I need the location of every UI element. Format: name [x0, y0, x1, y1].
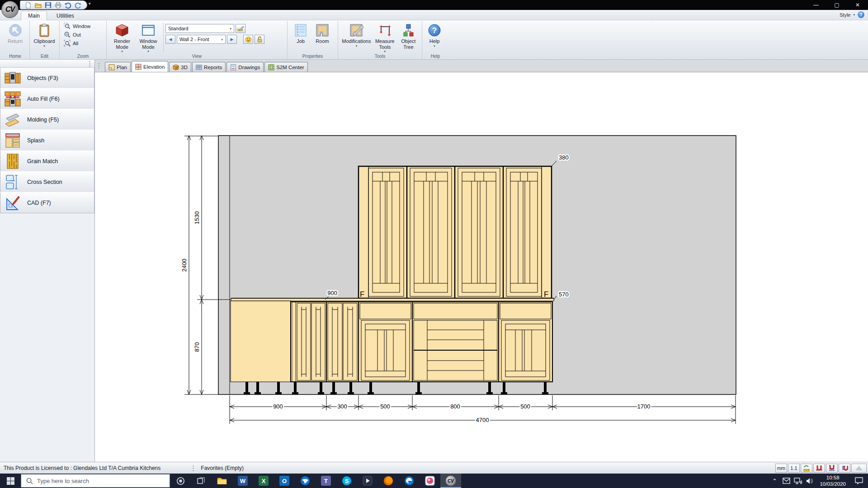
refresh-snap-button[interactable]: [801, 464, 812, 473]
taskbar-app-excel[interactable]: X: [253, 474, 274, 488]
splash-icon: [4, 131, 22, 150]
start-button[interactable]: [0, 474, 21, 488]
cortana-button[interactable]: [170, 474, 191, 488]
lock-view-button[interactable]: [255, 35, 264, 44]
s2m-icon: [268, 64, 274, 70]
taskbar-clock[interactable]: 10:58 10/03/2020: [816, 474, 850, 488]
tab-drawings[interactable]: Drawings: [226, 62, 264, 72]
task-view-button[interactable]: [191, 474, 212, 488]
tab-s2m-center[interactable]: S2M Center: [264, 62, 307, 72]
zoom-window-button[interactable]: Window: [62, 22, 92, 30]
notification-center-button[interactable]: [850, 474, 868, 488]
tray-chevron-button[interactable]: ⌃: [769, 474, 780, 488]
render-style-combo[interactable]: Standard ▾: [165, 24, 234, 33]
tab-3d[interactable]: 3D: [169, 62, 191, 72]
save-icon[interactable]: [45, 2, 52, 9]
sidebar-item-cross-section[interactable]: Cross Section: [0, 171, 94, 192]
status-grip[interactable]: [192, 465, 194, 471]
taskbar-app-media-player[interactable]: [357, 474, 378, 488]
render-style-combo-caret-icon: ▾: [230, 27, 231, 30]
ribbon-group-home: Return Home: [1, 21, 30, 59]
cabinet-vision-icon: CV: [445, 475, 456, 486]
dim-segment-3: 500: [380, 403, 390, 410]
plan-icon: [108, 64, 115, 70]
tray-volume-button[interactable]: [804, 474, 816, 488]
taskbar-app-outlook[interactable]: O: [274, 474, 295, 488]
print-icon[interactable]: [55, 2, 61, 9]
scale-button[interactable]: 1.1: [788, 464, 800, 473]
window-mode-button[interactable]: Window Mode ▾: [135, 22, 161, 53]
tab-bar-grip[interactable]: [98, 62, 100, 70]
taskbar-app-skype[interactable]: S: [336, 474, 357, 488]
app-logo[interactable]: CV: [1, 1, 19, 18]
taskbar-app-thunderbird[interactable]: [295, 474, 316, 488]
style-label[interactable]: Style: [840, 12, 850, 18]
sidebar-item-label: Auto Fill (F6): [27, 96, 60, 102]
zoom-out-button[interactable]: Out: [62, 30, 83, 39]
tab-elevation[interactable]: Elevation: [132, 61, 168, 72]
tab-reports[interactable]: Reports: [192, 62, 226, 72]
sidebar-item-auto-fill[interactable]: Auto Fill (F6): [0, 88, 94, 109]
minimize-button[interactable]: —: [806, 0, 826, 10]
return-button[interactable]: Return: [3, 22, 27, 51]
taskbar-app-cabinet-vision[interactable]: CV: [440, 474, 461, 488]
ribbon-tab-main[interactable]: Main: [21, 11, 47, 20]
next-wall-button[interactable]: ▶: [227, 35, 237, 44]
style-caret-icon[interactable]: ▾: [853, 13, 855, 16]
group-label-edit: Edit: [30, 54, 59, 59]
ribbon-tab-utilities[interactable]: Utilities: [50, 11, 81, 20]
grain-match-icon: [4, 152, 22, 170]
job-button[interactable]: Job: [290, 22, 311, 51]
sidebar-grip[interactable]: [89, 61, 91, 67]
ribbon-help-icon[interactable]: ?: [858, 11, 864, 18]
sidebar-item-cad[interactable]: CAD (F7): [0, 192, 94, 213]
tab-plan[interactable]: Plan: [105, 62, 131, 72]
new-document-icon[interactable]: [25, 2, 32, 9]
room-icon: [315, 23, 330, 38]
help-button[interactable]: ? Help ▾: [425, 22, 444, 51]
object-tree-button[interactable]: Object Tree: [397, 22, 420, 51]
zoom-all-button[interactable]: All: [62, 39, 80, 47]
render-mode-button[interactable]: Render Mode ▾: [109, 22, 135, 53]
maximize-button[interactable]: ▢: [826, 0, 847, 10]
close-button[interactable]: ✕: [847, 0, 868, 10]
status-expand-button[interactable]: [851, 464, 867, 473]
edit-style-button[interactable]: [236, 24, 245, 33]
measure-tools-button[interactable]: Measure Tools ▾: [373, 22, 397, 53]
undo-icon[interactable]: [65, 2, 71, 9]
open-folder-icon[interactable]: [35, 2, 42, 9]
drawings-icon: [230, 64, 236, 70]
job-icon: [293, 23, 308, 38]
object-tree-icon: [401, 23, 415, 38]
drawing-canvas[interactable]: F F: [95, 72, 868, 462]
modifications-button[interactable]: Modifications ▾: [340, 22, 373, 51]
taskbar-app-edge[interactable]: [399, 474, 420, 488]
favorites-text[interactable]: Favorites (Empty): [201, 465, 244, 471]
tray-mail-button[interactable]: [780, 474, 792, 488]
units-button[interactable]: mm: [775, 464, 787, 473]
taskbar-app-firefox[interactable]: [378, 474, 399, 488]
snap-to-grid-button[interactable]: [826, 464, 838, 473]
room-button[interactable]: Room: [311, 22, 333, 51]
face-view-button[interactable]: [243, 35, 253, 44]
sidebar-item-objects[interactable]: Objects (F3): [0, 67, 94, 89]
redo-icon[interactable]: [75, 2, 81, 9]
taskbar-app-teams[interactable]: T: [316, 474, 336, 488]
wall-combo[interactable]: Wall 2 - Front ▾: [177, 35, 226, 44]
taskbar-app-word[interactable]: W: [232, 474, 253, 488]
render-mode-caret-icon: ▾: [121, 50, 123, 53]
tray-network-button[interactable]: [792, 474, 804, 488]
taskbar-app-paint[interactable]: [420, 474, 440, 488]
sidebar-item-molding[interactable]: Molding (F5): [0, 109, 94, 130]
taskbar-search[interactable]: Type here to search: [21, 474, 170, 488]
taskbar-app-file-explorer[interactable]: [212, 474, 232, 488]
zoom-out-icon: [64, 31, 71, 38]
customize-qat-caret-icon[interactable]: ▾: [89, 1, 91, 6]
sidebar-item-splash[interactable]: Splash: [0, 130, 94, 151]
clipboard-button[interactable]: Clipboard ▾: [32, 22, 57, 51]
snap-to-object-button[interactable]: [839, 464, 850, 473]
sidebar-item-grain-match[interactable]: Grain Match: [0, 150, 94, 172]
clock-time: 10:58: [826, 474, 840, 481]
snap-to-point-button[interactable]: [813, 464, 825, 473]
previous-wall-button[interactable]: ◀: [165, 35, 175, 44]
